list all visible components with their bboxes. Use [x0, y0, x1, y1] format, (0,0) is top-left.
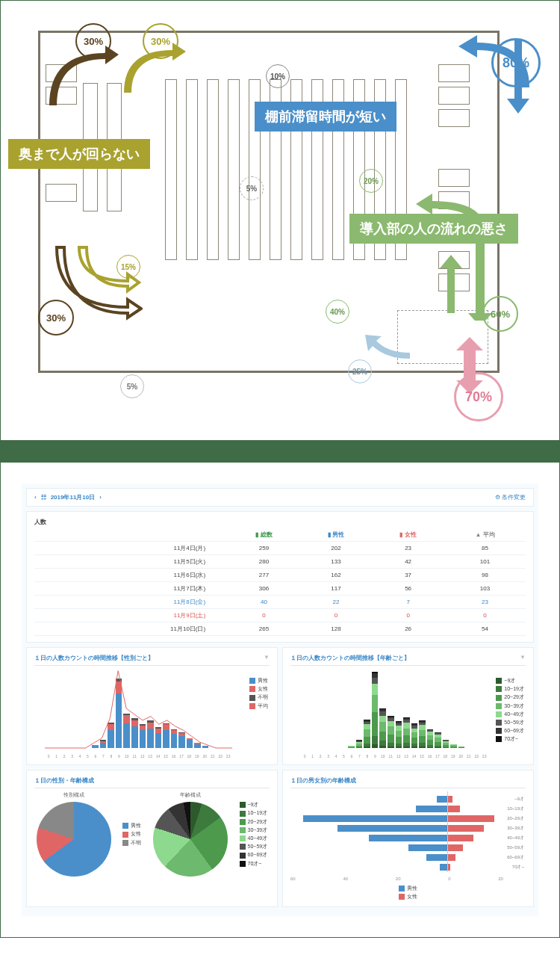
table-row: 11月6日(水)2771623798	[34, 569, 526, 582]
settings-link[interactable]: ⚙ 条件変更	[495, 493, 526, 501]
pct-5b: 5%	[120, 374, 144, 398]
pct-5: 5%	[240, 176, 264, 200]
legend-age-pie: ~9才10~19才20~29才30~39才40~49才50~59才60~69才7…	[240, 800, 268, 868]
table-row: 11月4日(月)2592022385	[34, 542, 526, 555]
table-row: 11月9日(土)0000	[34, 609, 526, 622]
people-count-card: 人数 ▮ 総数 ▮ 男性 ▮ 女性 ▲ 平均 11月4日(月)259202238…	[26, 511, 534, 643]
chart-composition: １日の性別・年齢構成 性別構成 男性女性不明 年齢構成 ~9才10~19才20~…	[26, 770, 278, 907]
table-row: 11月8日(金)4022723	[34, 596, 526, 609]
pct-15: 15%	[116, 255, 140, 279]
table-row: 11月5日(火)28013342101	[34, 555, 526, 569]
pct-brown-30: 30%	[75, 23, 111, 59]
pct-70: 70%	[454, 372, 503, 421]
pct-20: 20%	[359, 169, 383, 193]
legend-gender-pie: 男性女性不明	[122, 821, 141, 847]
tag-poor-entry-flow: 導入部の人の流れの悪さ	[349, 214, 518, 244]
chevron-left-icon[interactable]: ‹	[34, 494, 37, 501]
chart-pyramid: １日の男女別の年齢構成 ~9才10~19才20~29才30~39才40~49才5…	[282, 770, 534, 907]
chevron-right-icon[interactable]: ›	[99, 494, 102, 501]
table-title: 人数	[34, 518, 526, 528]
chart-hourly-age: １日の人数カウントの時間推移【年齢ごと】 ~9才10~19才20~29才30~3…	[282, 647, 534, 765]
pct-60: 60%	[482, 296, 518, 332]
dashboard-panel: ‹ ☷ 2019年11月10日 › ⚙ 条件変更 人数 ▮ 総数 ▮ 男	[0, 462, 560, 938]
tag-short-dwell: 棚前滞留時間が短い	[255, 102, 396, 132]
pct-olive-30: 30%	[143, 23, 178, 59]
arrow-lightblue	[358, 332, 417, 362]
gear-icon: ⚙	[495, 494, 500, 501]
floorplan: 30% 30% 10% 5% 20% 15% 30% 5% 40% 60% 25…	[31, 23, 529, 418]
fixture	[438, 169, 470, 187]
date-label: 2019年11月10日	[51, 493, 96, 501]
dashboard-header: ‹ ☷ 2019年11月10日 › ⚙ 条件変更	[26, 488, 534, 507]
pct-25: 25%	[348, 359, 372, 383]
people-count-table: ▮ 総数 ▮ 男性 ▮ 女性 ▲ 平均 11月4日(月)259202238511…	[34, 528, 526, 636]
legend-pyramid: 男性女性	[290, 884, 526, 900]
panel-divider	[0, 441, 560, 462]
table-row: 11月7日(木)30611756103	[34, 582, 526, 596]
pct-40: 40%	[326, 300, 349, 324]
dashboard: ‹ ☷ 2019年11月10日 › ⚙ 条件変更 人数 ▮ 総数 ▮ 男	[22, 483, 538, 916]
pyramid-chart: ~9才10~19才20~29才30~39才40~49才50~59才60~69才7…	[290, 791, 526, 881]
pie-gender	[37, 802, 111, 877]
chart-hourly-gender: １日の人数カウントの時間推移【性別ごと】 男性女性不明平均01234567891…	[26, 647, 278, 765]
pct-brown-30b: 30%	[38, 300, 74, 336]
pct-80: 80%	[491, 38, 541, 87]
calendar-icon: ☷	[41, 494, 46, 501]
filter-icon[interactable]	[264, 654, 270, 662]
tag-back-no-traffic: 奥まで人が回らない	[8, 139, 150, 169]
floorplan-panel: 30% 30% 10% 5% 20% 15% 30% 5% 40% 60% 25…	[0, 0, 560, 441]
pct-10: 10%	[266, 64, 290, 88]
fixture	[46, 184, 77, 202]
pie-age	[153, 802, 228, 877]
table-row: 11月10日(日)2651282654	[34, 622, 526, 636]
filter-icon[interactable]	[520, 654, 526, 662]
date-picker[interactable]: ‹ ☷ 2019年11月10日 ›	[34, 493, 102, 501]
